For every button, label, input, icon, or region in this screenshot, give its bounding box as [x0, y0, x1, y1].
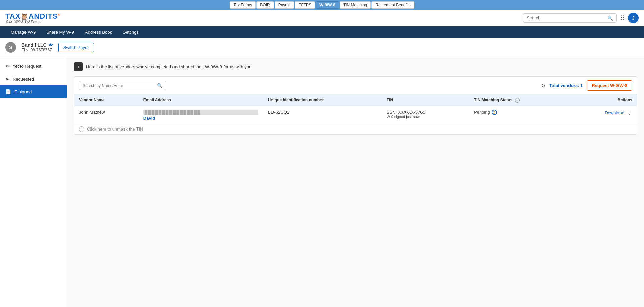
- tin-signed: W-9 signed just now: [387, 115, 464, 119]
- nav-address-book[interactable]: Address Book: [80, 26, 117, 38]
- top-nav-item-w9w8[interactable]: W-9/W-8: [316, 1, 339, 9]
- request-w9-w8-button[interactable]: Request W-9/W-8: [587, 80, 632, 91]
- header-search-input[interactable]: [527, 15, 607, 20]
- unmask-label: Click here to unmask the TIN: [87, 126, 143, 132]
- sidebar-item-yet-to-request[interactable]: ✉ Yet to Request: [0, 60, 67, 72]
- second-nav: Manage W-9 Share My W-9 Address Book Set…: [0, 26, 644, 38]
- more-options-icon[interactable]: ⋮: [627, 110, 632, 116]
- header-search-icon[interactable]: 🔍: [607, 15, 613, 21]
- header-right: 🔍 ⠿ J: [523, 13, 639, 23]
- send-icon: ➤: [5, 76, 9, 82]
- actions-cell: Download ⋮: [575, 110, 632, 116]
- col-uid: Unique identification number: [263, 94, 382, 106]
- col-tin-status: TIN Matching Status i: [469, 94, 570, 106]
- logo-owl: 🦉: [20, 13, 28, 20]
- nav-manage-w9[interactable]: Manage W-9: [5, 26, 41, 38]
- refresh-icon[interactable]: ↻: [541, 83, 545, 88]
- cell-vendor-name: John Mathew: [74, 106, 139, 124]
- envelope-icon: ✉: [5, 63, 9, 69]
- sidebar: ✉ Yet to Request ➤ Requested 📄 E-signed: [0, 57, 67, 307]
- payer-info: Bandit LLC 👁 EIN: 98-7678767: [21, 42, 53, 52]
- nav-share-w9[interactable]: Share My W-9: [41, 26, 80, 38]
- unmask-tin-radio[interactable]: [79, 126, 84, 132]
- tin-status-info-icon[interactable]: i: [515, 98, 520, 103]
- logo-tax: TAX: [5, 12, 20, 20]
- email-blurred: ████████████████: [143, 110, 259, 115]
- unmask-row: Click here to unmask the TIN: [74, 124, 637, 134]
- logo-sub: Your 1099 & W2 Experts: [5, 20, 42, 24]
- download-link[interactable]: Download: [605, 110, 624, 115]
- cell-actions: Download ⋮: [570, 106, 637, 124]
- top-nav-bar: Tax Forms BOIR Payroll EFTPS W-9/W-8 TIN…: [0, 0, 644, 10]
- nav-settings[interactable]: Settings: [117, 26, 144, 38]
- unmask-container: Click here to unmask the TIN: [79, 126, 632, 132]
- col-actions: Actions: [570, 94, 637, 106]
- cell-tin: SSN: XXX-XX-5765 W-9 signed just now: [382, 106, 469, 124]
- vendor-search-icon: 🔍: [157, 83, 162, 88]
- cell-tin-status: Pending ⏳: [469, 106, 570, 124]
- total-vendors-label: Total vendors: 1: [549, 83, 583, 88]
- top-nav-item-eftps[interactable]: EFTPS: [295, 1, 315, 9]
- email-name: David: [143, 116, 259, 121]
- col-email: Email Address: [139, 94, 263, 106]
- sidebar-item-esigned[interactable]: 📄 E-signed: [0, 85, 67, 98]
- col-tin: TIN: [382, 94, 469, 106]
- switch-payer-button[interactable]: Switch Payer: [58, 43, 94, 52]
- unmask-cell: Click here to unmask the TIN: [74, 124, 637, 134]
- table-toolbar-right: ↻ Total vendors: 1 Request W-9/W-8: [541, 80, 632, 91]
- grid-icon[interactable]: ⠿: [620, 14, 625, 22]
- logo: TAX🦉ANDITS® Your 1099 & W2 Experts: [5, 12, 60, 24]
- table-header-row: Vendor Name Email Address Unique identif…: [74, 94, 637, 106]
- payer-avatar: S: [5, 42, 16, 53]
- vendor-search-box[interactable]: 🔍: [79, 81, 166, 90]
- cell-uid: BD-62CQ2: [263, 106, 382, 124]
- top-nav-item-tin-matching[interactable]: TIN Matching: [340, 1, 371, 9]
- logo-text: TAX🦉ANDITS®: [5, 12, 60, 21]
- pending-icon: ⏳: [492, 110, 497, 115]
- payer-ein: EIN: 98-7678767: [21, 48, 53, 52]
- table-toolbar: 🔍 ↻ Total vendors: 1 Request W-9/W-8: [74, 77, 637, 94]
- back-arrow-button[interactable]: ‹: [74, 62, 83, 71]
- vendors-table: Vendor Name Email Address Unique identif…: [74, 94, 637, 134]
- top-nav-item-tax-forms[interactable]: Tax Forms: [230, 1, 256, 9]
- info-banner: ‹ Here is the list of vendors who've com…: [74, 62, 637, 71]
- main-layout: ✉ Yet to Request ➤ Requested 📄 E-signed …: [0, 57, 644, 307]
- cell-email: ████████████████ David: [139, 106, 263, 124]
- logo-bandits: ANDITS: [28, 12, 58, 20]
- vendor-search-input[interactable]: [83, 83, 157, 88]
- top-nav-item-retirement[interactable]: Retirement Benefits: [371, 1, 414, 9]
- content-area: ‹ Here is the list of vendors who've com…: [67, 57, 644, 307]
- header: TAX🦉ANDITS® Your 1099 & W2 Experts 🔍 ⠿ J: [0, 10, 644, 26]
- sidebar-item-requested[interactable]: ➤ Requested: [0, 72, 67, 85]
- payer-name: Bandit LLC 👁: [21, 42, 53, 48]
- top-nav-item-payroll[interactable]: Payroll: [275, 1, 294, 9]
- tin-ssn: SSN: XXX-XX-5765: [387, 110, 464, 115]
- header-search-box[interactable]: 🔍: [523, 13, 617, 23]
- table-section: 🔍 ↻ Total vendors: 1 Request W-9/W-8 Ven…: [74, 76, 637, 135]
- table-row: John Mathew ████████████████ David BD-62…: [74, 106, 637, 124]
- eye-icon[interactable]: 👁: [49, 43, 53, 48]
- top-nav-item-boir[interactable]: BOIR: [256, 1, 274, 9]
- payer-bar: S Bandit LLC 👁 EIN: 98-7678767 Switch Pa…: [0, 38, 644, 57]
- pending-status: Pending ⏳: [474, 110, 565, 115]
- col-vendor-name: Vendor Name: [74, 94, 139, 106]
- file-icon: 📄: [5, 89, 11, 94]
- user-avatar[interactable]: J: [628, 13, 639, 23]
- info-banner-text: Here is the list of vendors who've compl…: [86, 64, 253, 69]
